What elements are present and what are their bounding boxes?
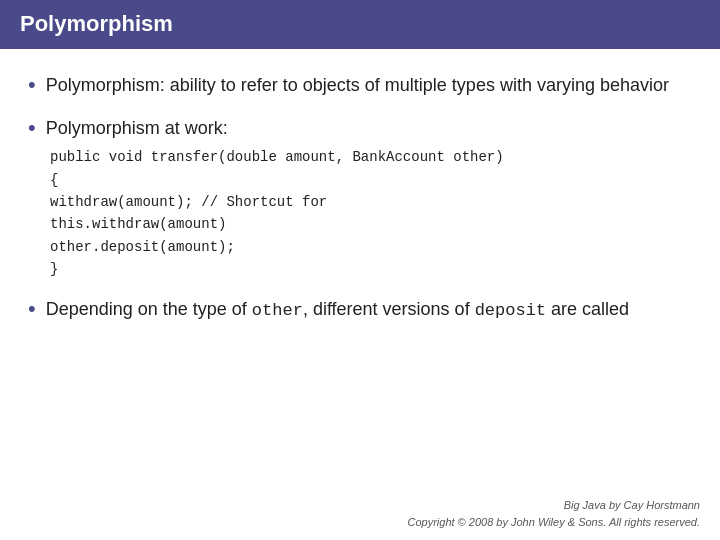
bullet-item-1: • Polymorphism: ability to refer to obje…	[28, 73, 692, 100]
title-bar: Polymorphism	[0, 0, 720, 48]
content-area: • Polymorphism: ability to refer to obje…	[0, 49, 720, 491]
bullet3-after: are called	[546, 299, 629, 319]
slide: Polymorphism • Polymorphism: ability to …	[0, 0, 720, 540]
bullet-dot-2: •	[28, 114, 36, 143]
footer-line1: Big Java by Cay Horstmann	[20, 497, 700, 514]
code-line-3: withdraw(amount); // Shortcut for	[50, 191, 692, 213]
slide-title: Polymorphism	[20, 11, 173, 37]
code-line-2: {	[50, 169, 692, 191]
bullet-text-1: Polymorphism: ability to refer to object…	[46, 73, 669, 98]
bullet-item-3: • Depending on the type of other, differ…	[28, 297, 692, 324]
code-block: public void transfer(double amount, Bank…	[50, 146, 692, 280]
code-line-1: public void transfer(double amount, Bank…	[50, 146, 692, 168]
footer: Big Java by Cay Horstmann Copyright © 20…	[0, 491, 720, 540]
code-line-5: other.deposit(amount);	[50, 236, 692, 258]
bullet-item-2: • Polymorphism at work:	[28, 116, 692, 143]
bullet3-code2: deposit	[475, 301, 546, 320]
footer-line2: Copyright © 2008 by John Wiley & Sons. A…	[20, 514, 700, 531]
bullet-item-2-wrapper: • Polymorphism at work: public void tran…	[28, 116, 692, 281]
bullet-text-2: Polymorphism at work:	[46, 116, 228, 141]
bullet3-code1: other	[252, 301, 303, 320]
bullet-dot-3: •	[28, 295, 36, 324]
code-line-4: this.withdraw(amount)	[50, 213, 692, 235]
code-line-6: }	[50, 258, 692, 280]
bullet3-before: Depending on the type of	[46, 299, 252, 319]
bullet-text-3: Depending on the type of other, differen…	[46, 297, 629, 323]
bullet-dot-1: •	[28, 71, 36, 100]
bullet3-middle: , different versions of	[303, 299, 475, 319]
